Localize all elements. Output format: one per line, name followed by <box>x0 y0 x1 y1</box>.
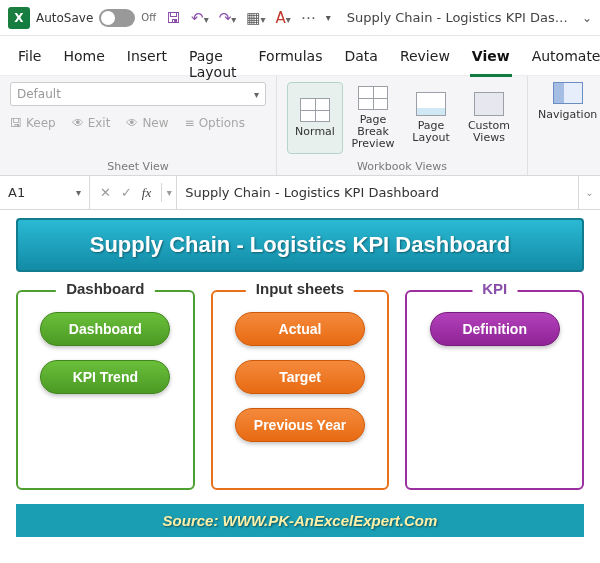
navigation-pane-icon <box>553 82 583 104</box>
save-icon[interactable]: 🖫 <box>166 9 181 27</box>
autosave-state: Off <box>141 12 156 23</box>
pill-definition[interactable]: Definition <box>430 312 560 346</box>
normal-view-icon <box>300 98 330 122</box>
keep-button[interactable]: 🖫Keep <box>10 116 56 130</box>
qat-overflow-icon[interactable]: ⋯ <box>301 9 316 27</box>
tab-home[interactable]: Home <box>61 44 106 74</box>
autosave-label: AutoSave <box>36 11 93 25</box>
worksheet-area: Supply Chain - Logistics KPI Dashboard D… <box>0 210 600 537</box>
new-button[interactable]: 👁New <box>126 116 168 130</box>
pill-target[interactable]: Target <box>235 360 365 394</box>
expand-formula-bar-icon[interactable]: ⌄ <box>578 176 600 209</box>
ribbon-group-label: Workbook Views <box>357 158 447 173</box>
tab-insert[interactable]: Insert <box>125 44 169 74</box>
redo-icon[interactable]: ↷▾ <box>219 9 237 27</box>
autosave-toggle[interactable]: AutoSave Off <box>36 9 156 27</box>
options-button[interactable]: ≡Options <box>185 116 245 130</box>
new-icon: 👁 <box>126 116 138 130</box>
name-box[interactable]: A1 ▾ <box>0 176 90 209</box>
exit-icon: 👁 <box>72 116 84 130</box>
sheetview-dropdown-value: Default <box>17 87 61 101</box>
navigation-button[interactable]: Navigation <box>538 82 597 121</box>
formula-dropdown-icon[interactable]: ▾ <box>162 187 176 198</box>
toggle-switch-icon[interactable] <box>99 9 135 27</box>
group-dashboard: Dashboard Dashboard KPI Trend <box>16 290 195 490</box>
tab-view[interactable]: View <box>470 44 512 77</box>
undo-icon[interactable]: ↶▾ <box>191 9 209 27</box>
normal-view-button[interactable]: Normal <box>287 82 343 154</box>
group-title: KPI <box>472 280 517 297</box>
tab-data[interactable]: Data <box>342 44 379 74</box>
pagebreak-view-button[interactable]: Page Break Preview <box>345 82 401 154</box>
enter-formula-icon[interactable]: ✓ <box>121 185 132 200</box>
options-icon: ≡ <box>185 116 195 130</box>
formula-input[interactable]: Supply Chain - Logistics KPI Dashboard <box>176 176 578 209</box>
pill-kpi-trend[interactable]: KPI Trend <box>40 360 170 394</box>
group-title: Dashboard <box>56 280 154 297</box>
borders-icon[interactable]: ▦▾ <box>246 9 265 27</box>
cancel-formula-icon[interactable]: ✕ <box>100 185 111 200</box>
pagebreak-view-icon <box>358 86 388 110</box>
tab-file[interactable]: File <box>16 44 43 74</box>
quick-access-toolbar: 🖫 ↶▾ ↷▾ ▦▾ A▾ ⋯ ▾ <box>166 9 331 27</box>
pill-dashboard[interactable]: Dashboard <box>40 312 170 346</box>
group-kpi: KPI Definition <box>405 290 584 490</box>
save-small-icon: 🖫 <box>10 116 22 130</box>
document-title[interactable]: Supply Chain - Logistics KPI Dashb… <box>347 10 576 25</box>
title-bar: AutoSave Off 🖫 ↶▾ ↷▾ ▦▾ A▾ ⋯ ▾ Supply Ch… <box>0 0 600 36</box>
source-footer: Source: WWW.PK-AnExcelExpert.Com <box>16 504 584 537</box>
ribbon-group-label: Sheet View <box>107 158 168 173</box>
tab-automate[interactable]: Automate <box>530 44 600 74</box>
dashboard-groups: Dashboard Dashboard KPI Trend Input shee… <box>16 290 584 490</box>
formula-bar: A1 ▾ ✕ ✓ fx ▾ Supply Chain - Logistics K… <box>0 176 600 210</box>
exit-button[interactable]: 👁Exit <box>72 116 111 130</box>
tab-formulas[interactable]: Formulas <box>257 44 325 74</box>
pill-actual[interactable]: Actual <box>235 312 365 346</box>
pagelayout-view-button[interactable]: Page Layout <box>403 82 459 154</box>
dashboard-banner: Supply Chain - Logistics KPI Dashboard <box>16 218 584 272</box>
group-title: Input sheets <box>246 280 354 297</box>
custom-views-button[interactable]: Custom Views <box>461 82 517 154</box>
pagelayout-view-icon <box>416 92 446 116</box>
ribbon-group-sheetview: Default ▾ 🖫Keep 👁Exit 👁New ≡Options Shee… <box>0 76 277 175</box>
sheetview-dropdown[interactable]: Default ▾ <box>10 82 266 106</box>
fx-icon[interactable]: fx <box>142 185 151 201</box>
formula-value: Supply Chain - Logistics KPI Dashboard <box>185 185 439 200</box>
chevron-down-icon: ▾ <box>254 89 259 100</box>
menu-tabs: File Home Insert Page Layout Formulas Da… <box>0 36 600 76</box>
ribbon-group-nav: Navigation ✓ ✓ <box>528 76 600 175</box>
excel-app-icon <box>8 7 30 29</box>
cell-reference: A1 <box>8 185 25 200</box>
custom-views-icon <box>474 92 504 116</box>
font-color-icon[interactable]: A▾ <box>276 9 291 27</box>
group-input-sheets: Input sheets Actual Target Previous Year <box>211 290 390 490</box>
ribbon: Default ▾ 🖫Keep 👁Exit 👁New ≡Options Shee… <box>0 76 600 176</box>
namebox-chevron-icon: ▾ <box>76 187 81 198</box>
title-chevron-down-icon[interactable]: ⌄ <box>582 11 592 25</box>
qat-customize-icon[interactable]: ▾ <box>326 12 331 23</box>
ribbon-group-views: Normal Page Break Preview Page Layout Cu… <box>277 76 528 175</box>
tab-review[interactable]: Review <box>398 44 452 74</box>
pill-previous-year[interactable]: Previous Year <box>235 408 365 442</box>
